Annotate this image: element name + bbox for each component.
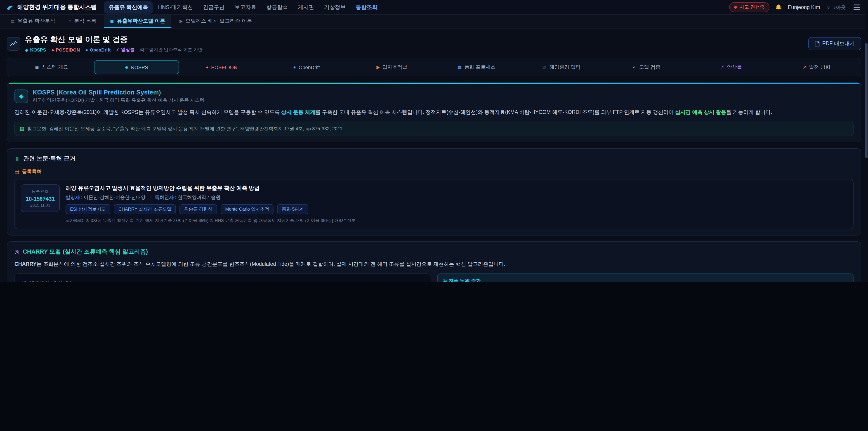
- section-tab-icon: ▦: [457, 65, 462, 70]
- nav-item[interactable]: 긴급구난: [198, 1, 229, 13]
- kosps-subtitle: 한국해양연구원(KORDI) 개발 · 한국 해역 특화 유출유 확산 예측 상…: [33, 97, 205, 103]
- model-badge: ● POSEIDON: [51, 47, 80, 52]
- sub-tab[interactable]: ◉ 오일펜스 배치 알고리즘 이론: [173, 15, 258, 28]
- tab-icon: ▣: [110, 19, 114, 24]
- tab-icon: ◉: [179, 19, 183, 24]
- section-tab-icon: ✓: [633, 65, 637, 70]
- nav-item[interactable]: 통합조회: [351, 1, 382, 13]
- logout-button[interactable]: 로그아웃: [826, 4, 846, 11]
- patent-tag[interactable]: ESI 방제정보지도: [66, 204, 110, 214]
- chart-doc-icon: [7, 37, 20, 51]
- national-rnd-note: 국가R&D: ① 3차원 유출유 확산예측 기반 방제 지원기술 개발 (기여율…: [66, 218, 356, 223]
- registration-number: 10-1567431: [25, 195, 56, 202]
- patent-title: 해양 유류오염사고 발생시 효율적인 방제방안 수립을 위한 유출유 확산 예측…: [66, 184, 356, 192]
- highlight-realtime-use: 실시간 예측 상시 활용: [675, 110, 726, 115]
- model-badge: ● OpenDrift: [85, 47, 111, 52]
- user-name: Eunjeong Kim: [788, 4, 820, 10]
- patent-section-title: ▥ 관련 논문·특허 근거: [14, 154, 854, 162]
- section-tab-icon: ↗: [803, 65, 807, 70]
- patent-tag[interactable]: CHARRY 실시간 조류모델: [114, 204, 176, 214]
- kosps-title: KOSPS (Korea Oil Spill Prediction System…: [33, 89, 205, 96]
- section-tab-icon: ◆: [125, 65, 128, 70]
- sub-tab[interactable]: ≡ 분석 목록: [63, 15, 102, 28]
- section-tab[interactable]: ◉ 입자추적법: [349, 60, 434, 74]
- status-dot-icon: [734, 6, 737, 8]
- charry-section: ◎ CHARRY 모델 (실시간 조류예측 핵심 알고리즘) CHARRY는 조…: [7, 241, 861, 282]
- modulated-tide-formula: /* 변조조석 수식 */ ζ(t) = A(t) cos[σt - θ(t)]…: [14, 273, 431, 282]
- badge-icon: ⚡: [116, 47, 119, 52]
- page-header-text: 유출유 확산 모델 이론 및 검증 ◆ KOSPS ● POSEIDON: [25, 34, 203, 53]
- section-tab[interactable]: ▧ 해양환경 입력: [519, 60, 604, 74]
- section-tab[interactable]: ↗ 발전 방향: [774, 60, 859, 74]
- section-tab[interactable]: ✓ 모델 검증: [604, 60, 689, 74]
- section-tab-icon: ⚡: [721, 65, 724, 70]
- reference-box: ▤ 참고문헌: 김혜진·이문진·오세웅·강준묵, “유출유 확산 예측 모델의 …: [14, 121, 854, 136]
- badge-icon: ◆: [25, 47, 28, 52]
- secondary-tabbar: ▤ 유출유 확산분석 ≡ 분석 목록 ▣ 유출유확산모델 이론 ◉ 오일펜스 배…: [0, 15, 868, 29]
- navbar-right: 사고 진행중 Eunjeong Kim 로그아웃: [729, 2, 862, 12]
- section-tabstrip: ▣ 시스템 개요 ◆ KOSPS ● POSEIDON ● OpenDrift: [7, 58, 861, 76]
- highlight-realtime-system: 상시 운용 체계: [281, 110, 315, 115]
- amplitude-callout: ① 진폭 동위 증가 검조소 조위 진폭 f배 → 전 격자 동일 f배 증가: [437, 273, 854, 282]
- patent-tag[interactable]: Monte Carlo 입자추적: [221, 204, 274, 214]
- patent-tag[interactable]: 취송류 경험식: [180, 204, 217, 214]
- section-tab-icon: ▣: [35, 65, 39, 70]
- charry-description: CHARRY는 조화분석에 의한 검조소 실시간 조위와 조석 수치모델링에 의…: [14, 260, 854, 268]
- sub-tab[interactable]: ▤ 유출유 확산분석: [4, 15, 61, 28]
- section-tab-icon: ●: [293, 65, 296, 70]
- section-tab[interactable]: ● OpenDrift: [264, 60, 349, 74]
- notification-bell-icon[interactable]: [776, 4, 782, 11]
- section-tab[interactable]: ⚡ 앙상블: [689, 60, 774, 74]
- pdf-export-button[interactable]: PDF 내보내기: [808, 37, 861, 50]
- kosps-diamond-icon: ◆: [14, 89, 28, 103]
- nav-item[interactable]: 게시판: [293, 1, 319, 13]
- scrollbar-thumb[interactable]: [865, 43, 868, 158]
- patent-section: ▥ 관련 논문·특허 근거 ▤ 등록특허 등록번호 10-1567431 201…: [7, 148, 861, 235]
- registration-date: 2015.11.03: [25, 203, 56, 207]
- kosps-section: ◆ KOSPS (Korea Oil Spill Prediction Syst…: [7, 82, 861, 142]
- section-tab-icon: ◉: [376, 65, 379, 70]
- kosps-description: 김혜진·이문진·오세웅·강준묵(2011)이 개발한 KOSPS는 유류오염사고…: [14, 108, 854, 117]
- page-caption: 라그랑지안 입자추적 이론 기반: [140, 47, 203, 53]
- model-badges: ◆ KOSPS ● POSEIDON ● OpenDrift: [25, 47, 203, 53]
- papers-icon: ▥: [14, 155, 20, 162]
- patent-tag[interactable]: 풍화 5단계: [277, 204, 308, 214]
- patent-card: 등록번호 10-1567431 2015.11.03 해양 유류오염사고 발생시…: [14, 179, 854, 229]
- app-window: 해양환경 위기대응 통합시스템 유출유 확산예측 HNS·대기확산 긴급구난 보…: [0, 0, 868, 282]
- model-badge: ⚡ 앙상블: [116, 47, 134, 53]
- clipboard-icon: ▤: [14, 168, 19, 174]
- section-tab[interactable]: ▦ 풍화 프로세스: [434, 60, 519, 74]
- tab-icon: ≡: [69, 19, 71, 24]
- nav-item[interactable]: 기상정보: [320, 1, 350, 13]
- app-title: 해양환경 위기대응 통합시스템: [17, 3, 97, 11]
- section-tab-icon: ▧: [542, 65, 547, 70]
- badge-icon: ●: [51, 47, 54, 52]
- nav-item[interactable]: HNS·대기확산: [153, 1, 197, 13]
- main-nav: 유출유 확산예측 HNS·대기확산 긴급구난 보고자료 항공탐색 게시판 기상정…: [104, 1, 382, 13]
- page-title: 유출유 확산 모델 이론 및 검증: [25, 34, 203, 45]
- incident-status-badge[interactable]: 사고 진행중: [729, 2, 770, 12]
- pdf-icon: [815, 41, 819, 47]
- model-badge: ◆ KOSPS: [25, 47, 46, 52]
- sub-tab[interactable]: ▣ 유출유확산모델 이론: [104, 15, 171, 28]
- section-tab[interactable]: ● POSEIDON: [179, 60, 264, 74]
- nav-item[interactable]: 보고자료: [230, 1, 261, 13]
- section-tab[interactable]: ◆ KOSPS: [94, 60, 179, 74]
- patent-registration-box: 등록번호 10-1567431 2015.11.03: [21, 184, 60, 212]
- section-tab[interactable]: ▣ 시스템 개요: [9, 60, 94, 74]
- patent-details: 해양 유류오염사고 발생시 효율적인 방제방안 수립을 위한 유출유 확산 예측…: [66, 184, 356, 223]
- kosps-header: ◆ KOSPS (Korea Oil Spill Prediction Syst…: [14, 89, 854, 103]
- nav-item[interactable]: 유출유 확산예측: [104, 1, 153, 13]
- nav-item[interactable]: 항공탐색: [262, 1, 292, 13]
- top-navbar: 해양환경 위기대응 통합시스템 유출유 확산예측 HNS·대기확산 긴급구난 보…: [0, 0, 868, 15]
- registration-label: 등록번호: [25, 189, 56, 194]
- section-tab-icon: ●: [206, 65, 209, 70]
- badge-icon: ●: [85, 47, 88, 52]
- page-content: 유출유 확산 모델 이론 및 검증 ◆ KOSPS ● POSEIDON: [0, 29, 868, 282]
- reference-text: 참고문헌: 김혜진·이문진·오세웅·강준묵, “유출유 확산 예측 모델의 상시…: [27, 125, 344, 132]
- charry-section-title: ◎ CHARRY 모델 (실시간 조류예측 핵심 알고리즘): [14, 247, 854, 256]
- registered-patent-badge: ▤ 등록특허: [14, 168, 42, 175]
- app-logo: 해양환경 위기대응 통합시스템: [6, 3, 97, 11]
- menu-icon[interactable]: [852, 3, 862, 12]
- patent-meta: 발명자 : 이문진·김혜진·이승현·전대영 | 특허권자 : 한국해양과학기술원: [66, 194, 356, 201]
